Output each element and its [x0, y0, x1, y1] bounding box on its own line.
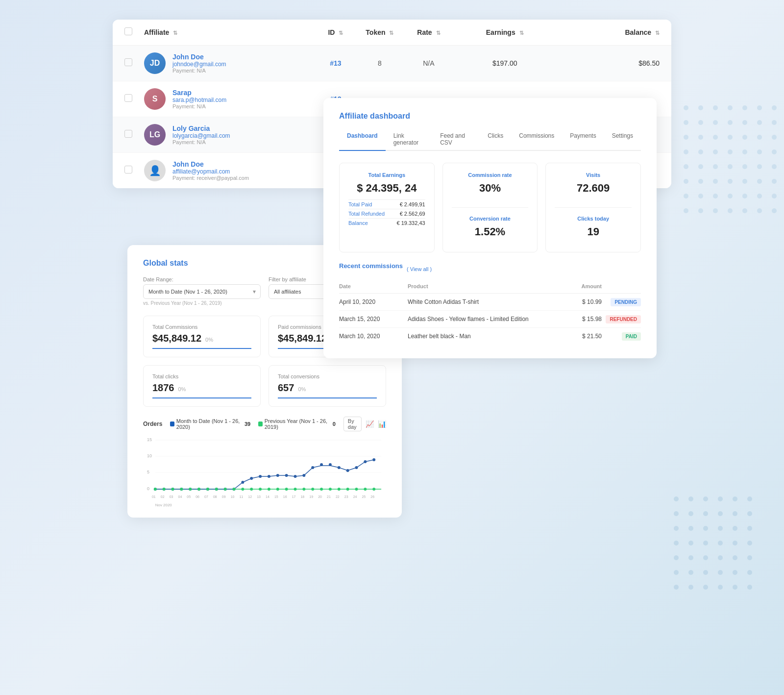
affiliate-email[interactable]: johndoe@gmail.com — [172, 61, 226, 68]
row-checkbox[interactable] — [124, 58, 144, 68]
affiliate-name[interactable]: Loly Garcia — [172, 124, 230, 132]
tab-clicks[interactable]: Clicks — [480, 128, 511, 151]
commission-row: March 15, 2020 Adidas Shoes - Yellow fla… — [339, 311, 641, 328]
svg-text:26: 26 — [370, 495, 374, 498]
svg-point-63 — [688, 511, 693, 516]
svg-point-74 — [674, 541, 679, 546]
legend2: Previous Year (Nov 1 - 26, 2019) 0 — [258, 418, 336, 430]
metric-pct: 0% — [205, 337, 213, 343]
svg-point-15 — [698, 135, 703, 140]
svg-point-72 — [733, 526, 737, 531]
col-id[interactable]: ID ⇅ — [316, 28, 355, 36]
svg-point-142 — [233, 488, 236, 491]
svg-text:22: 22 — [336, 495, 340, 498]
legend1: Month to Date (Nov 1 - 26, 2020) 39 — [170, 418, 250, 430]
svg-point-41 — [772, 179, 777, 184]
svg-point-152 — [320, 488, 323, 491]
col-balance[interactable]: Balance ⇅ — [556, 28, 660, 36]
col-token[interactable]: Token ⇅ — [355, 28, 404, 36]
affiliate-email[interactable]: lolygarcia@gmail.com — [172, 132, 230, 139]
svg-point-23 — [713, 149, 718, 154]
svg-point-14 — [684, 135, 688, 140]
svg-point-66 — [733, 511, 737, 516]
svg-point-39 — [742, 179, 747, 184]
status-badge: REFUNDED — [606, 315, 641, 323]
chart-line-icon[interactable]: 📈 — [366, 420, 374, 428]
metric-label: Total conversions — [278, 373, 377, 379]
affiliate-payment: Payment: N/A — [172, 68, 226, 74]
svg-point-125 — [311, 466, 314, 469]
conversion-rate-label: Conversion rate — [452, 216, 529, 222]
svg-point-19 — [757, 135, 762, 140]
affiliate-name[interactable]: John Doe — [172, 53, 226, 61]
svg-text:20: 20 — [318, 495, 322, 498]
affiliate-email[interactable]: sara.p@hotmail.com — [172, 97, 226, 103]
svg-point-58 — [703, 496, 708, 501]
sort-id-icon: ⇅ — [339, 30, 343, 36]
svg-point-121 — [276, 474, 279, 477]
sort-balance-icon: ⇅ — [655, 30, 660, 36]
svg-text:11: 11 — [240, 495, 244, 498]
svg-point-138 — [197, 488, 200, 491]
svg-point-21 — [684, 149, 688, 154]
avatar: 👤 — [144, 160, 166, 181]
date-range-select[interactable]: Month to Date (Nov 1 - 26, 2020) — [143, 284, 261, 299]
svg-point-88 — [703, 570, 708, 575]
svg-text:04: 04 — [178, 495, 182, 498]
tab-settings[interactable]: Settings — [604, 128, 641, 151]
svg-point-91 — [747, 570, 752, 575]
col-affiliate[interactable]: Affiliate ⇅ — [144, 28, 316, 36]
svg-text:02: 02 — [161, 495, 165, 498]
svg-point-47 — [757, 194, 762, 199]
tab-commissions[interactable]: Commissions — [511, 128, 562, 151]
svg-point-158 — [372, 488, 375, 491]
svg-text:10: 10 — [147, 453, 152, 458]
tab-payments[interactable]: Payments — [562, 128, 604, 151]
svg-point-18 — [742, 135, 747, 140]
visits-value: 72.609 — [555, 182, 632, 195]
affiliate-email[interactable]: affiliate@yopmail.com — [172, 168, 249, 175]
legend2-value: 0 — [333, 421, 336, 427]
by-day-button[interactable]: By day — [343, 417, 362, 431]
svg-point-26 — [757, 149, 762, 154]
svg-point-54 — [757, 208, 762, 213]
total-paid-row: Total Paid € 2.499,91 — [348, 199, 425, 209]
affiliate-name[interactable]: John Doe — [172, 160, 249, 168]
svg-point-71 — [718, 526, 723, 531]
select-all-checkbox[interactable] — [124, 27, 144, 37]
svg-point-13 — [772, 120, 777, 125]
svg-point-50 — [698, 208, 703, 213]
svg-point-83 — [718, 555, 723, 560]
svg-point-148 — [285, 488, 288, 491]
svg-point-44 — [713, 194, 718, 199]
table-header: Affiliate ⇅ ID ⇅ Token ⇅ Rate ⇅ Earnings… — [113, 20, 671, 46]
view-all-link[interactable]: ( View all ) — [407, 266, 432, 272]
col-rate[interactable]: Rate ⇅ — [404, 28, 453, 36]
chart-bar-icon[interactable]: 📊 — [378, 420, 386, 428]
svg-text:10: 10 — [231, 495, 235, 498]
svg-point-130 — [355, 466, 358, 469]
tab-dashboard[interactable]: Dashboard — [339, 128, 386, 151]
svg-point-147 — [276, 488, 279, 491]
tab-link-generator[interactable]: Link generator — [386, 128, 432, 151]
total-earnings-value: $ 24.395, 24 — [348, 182, 425, 195]
affiliate-name[interactable]: Sarap — [172, 89, 226, 97]
chart-area: Orders Month to Date (Nov 1 - 26, 2020) … — [143, 417, 386, 504]
svg-point-49 — [684, 208, 688, 213]
svg-point-57 — [688, 496, 693, 501]
svg-point-6 — [772, 105, 777, 110]
col-earnings[interactable]: Earnings ⇅ — [453, 28, 557, 36]
svg-point-40 — [757, 179, 762, 184]
recent-commissions-section: Recent commissions ( View all ) Date Pro… — [339, 262, 641, 345]
affiliate-info: JD John Doe johndoe@gmail.com Payment: N… — [144, 52, 316, 74]
svg-point-141 — [224, 488, 227, 491]
date-range-select-wrapper: Month to Date (Nov 1 - 26, 2020) — [143, 284, 261, 299]
table-row: JD John Doe johndoe@gmail.com Payment: N… — [113, 46, 671, 81]
status-badge: PENDING — [611, 298, 641, 306]
clicks-today-value: 19 — [555, 225, 632, 238]
row-checkbox[interactable] — [124, 130, 144, 140]
tab-feed-csv[interactable]: Feed and CSV — [432, 128, 480, 151]
row-checkbox[interactable] — [124, 166, 144, 175]
row-checkbox[interactable] — [124, 94, 144, 104]
svg-point-42 — [684, 194, 688, 199]
